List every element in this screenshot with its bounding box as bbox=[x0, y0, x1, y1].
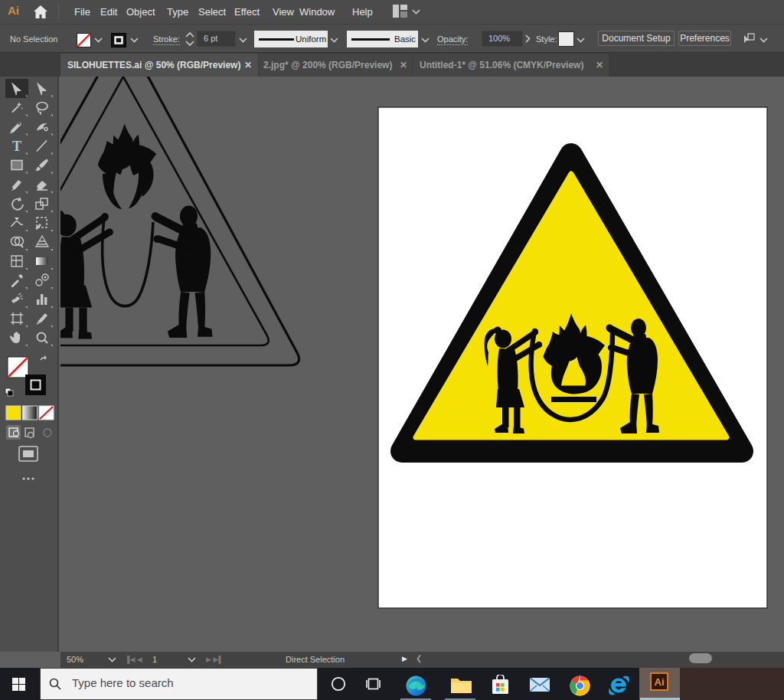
svg-text:Ai: Ai bbox=[655, 676, 665, 688]
svg-text:T: T bbox=[12, 139, 21, 154]
